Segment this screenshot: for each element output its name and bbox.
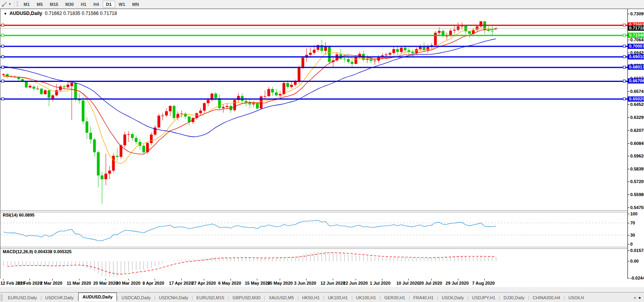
chart-tab-usdcad-daily[interactable]: USDCAD,Daily — [118, 294, 154, 301]
time-tick-mark — [128, 279, 129, 280]
tabs-scroll-left-icon[interactable]: ◄ — [632, 296, 637, 300]
chart-window: ▼AUDUSD,Daily 0.71662 0.71835 0.71566 0.… — [0, 9, 644, 279]
axis-tick-mark — [628, 104, 629, 105]
axis-tick-mark — [628, 156, 629, 156]
rsi-indicator-pane[interactable] — [0, 211, 627, 247]
axis-tick-mark — [628, 14, 629, 14]
price-tick-label: 0.59620 — [630, 154, 644, 158]
time-tick-label: 7 Aug 2020 — [472, 281, 495, 285]
current-price-badge: 0.71718 — [628, 26, 644, 31]
rsi-label: RSI(14) 60.0895 — [3, 213, 35, 217]
timeframe-button-h4[interactable]: H4 — [90, 1, 102, 8]
price-tick-label: 0.54755 — [630, 205, 644, 210]
axis-tick-mark — [628, 261, 629, 261]
time-tick-mark — [30, 279, 30, 280]
chart-tab-fra40-h1[interactable]: FRA40,H1 — [410, 294, 437, 301]
line-styles-icon[interactable] — [0, 1, 8, 7]
chevron-down-icon[interactable]: ▼ — [8, 2, 13, 6]
axis-tick-mark — [628, 117, 629, 118]
axis-tick-mark — [628, 223, 629, 223]
price-tick-label: 0.63295 — [630, 115, 644, 120]
toolbar-drag-handle[interactable] — [17, 1, 18, 7]
hline-price-badge: 0.66706 — [628, 78, 644, 83]
time-scale[interactable]: 12 Feb 202021 Feb 20202 Mar 202011 Mar 2… — [0, 279, 644, 287]
price-tick-label: 0.73095 — [630, 11, 644, 16]
price-tick-label: 0.57205 — [630, 179, 644, 184]
collapse-triangle-icon[interactable]: ▼ — [4, 12, 7, 16]
time-tick-mark — [204, 279, 204, 280]
time-tick-label: 21 Feb 2020 — [17, 281, 42, 285]
chart-tab-audusd-daily[interactable]: AUDUSD,Daily — [78, 293, 117, 301]
chart-tab-usdcnh-daily[interactable]: USDCNH,Daily — [155, 294, 192, 301]
axis-tick-mark — [628, 91, 629, 92]
time-tick-label: 29 Jul 2020 — [446, 281, 469, 285]
time-tick-label: 15 May 2020 — [245, 281, 270, 285]
hline-price-badge: 0.68017 — [628, 65, 644, 70]
timeframe-button-m5[interactable]: M5 — [33, 1, 46, 8]
timeframe-button-m30[interactable]: M30 — [62, 1, 77, 8]
main-price-chart[interactable] — [0, 9, 627, 210]
chart-tab-usdjpy-h1[interactable]: USDJPY,H1 — [469, 294, 499, 301]
chart-tab-eurusd-daily[interactable]: EURUSD,Daily — [4, 294, 41, 301]
time-tick-mark — [280, 279, 280, 280]
price-tick-label: 0.64520 — [630, 102, 644, 107]
chart-ohlc-readout: 0.71662 0.71835 0.71566 0.71718 — [45, 11, 117, 16]
status-strip — [0, 287, 644, 292]
time-tick-mark — [306, 279, 306, 280]
timeframe-button-h1[interactable]: H1 — [77, 1, 90, 8]
chart-tab-usoil-daily[interactable]: USOil,Daily — [438, 294, 467, 301]
axis-tick-mark — [628, 244, 629, 245]
axis-tick-mark — [628, 53, 629, 53]
price-tick-label: 0.55980 — [630, 192, 644, 197]
chart-title: ▼AUDUSD,Daily 0.71662 0.71835 0.71566 0.… — [4, 11, 117, 16]
price-tick-label: 0.58395 — [630, 167, 644, 171]
macd-indicator-pane[interactable] — [0, 248, 627, 279]
tabs-scroll-right-icon[interactable]: ► — [637, 296, 643, 300]
timeframe-button-w1[interactable]: W1 — [115, 1, 129, 8]
price-tick-label: 0.70645 — [630, 37, 644, 42]
time-tick-mark — [333, 279, 333, 280]
timeframe-button-d1[interactable]: D1 — [103, 1, 115, 8]
chart-tab-uk100-h1[interactable]: UK100,H1 — [352, 294, 380, 301]
chart-symbol-period: AUDUSD,Daily — [9, 11, 42, 16]
timeframe-button-mn[interactable]: MN — [129, 1, 142, 8]
chart-tab-gbpusd-m30[interactable]: GBPUSD,M30 — [229, 294, 264, 301]
time-tick-mark — [155, 279, 155, 280]
axis-tick-mark — [628, 250, 629, 251]
chart-tab-eurusd-m15[interactable]: EURUSD,M15 — [193, 294, 228, 301]
chart-tab-usoil-h[interactable]: USOil,H — [565, 294, 588, 301]
axis-tick-mark — [628, 208, 629, 208]
tabbar-drag-handle[interactable] — [1, 294, 3, 301]
time-tick-label: 20 Jul 2020 — [419, 281, 442, 285]
hline-price-badge: 0.65020 — [628, 96, 644, 102]
timeframe-button-m15[interactable]: M15 — [46, 1, 62, 8]
chart-tab-bar: EURUSD,Daily|USDCHF,Daily|AUDUSD,Daily|U… — [0, 292, 644, 302]
price-scale[interactable]: 0.730950.706450.694200.681950.669700.657… — [627, 9, 644, 279]
axis-tick-mark — [628, 143, 629, 144]
chart-tab-uk100-h1[interactable]: UK100,H1 — [324, 294, 351, 301]
toolbar-separator — [14, 1, 15, 7]
time-tick-mark — [431, 279, 432, 280]
time-tick-mark — [3, 279, 4, 280]
axis-tick-mark — [628, 130, 629, 131]
chart-tab-dj30-daily[interactable]: DJ30,Daily — [500, 294, 528, 301]
time-tick-mark — [356, 279, 356, 280]
time-tick-label: 11 Mar 2020 — [67, 281, 91, 285]
time-tick-mark — [458, 279, 458, 280]
chart-tab-usdchf-daily[interactable]: USDCHF,Daily — [42, 294, 77, 301]
macd-tick-label: 0.015741 — [630, 248, 644, 253]
time-tick-mark — [105, 279, 106, 280]
chart-tab-xauusd-m5[interactable]: XAUUSD,M5 — [265, 294, 297, 301]
time-tick-label: 25 May 2020 — [268, 281, 293, 285]
chart-tab-hk50-h1[interactable]: HK50,H1 — [299, 294, 323, 301]
hline-price-badge: 0.69010 — [628, 54, 644, 59]
time-tick-mark — [52, 279, 53, 280]
chart-tab-ger30-h1[interactable]: GER30,H1 — [381, 294, 409, 301]
macd-tick-label: 0.00 — [630, 259, 638, 263]
timeframe-button-m1[interactable]: M1 — [20, 1, 33, 8]
chart-tab-china300-h4[interactable]: CHINA300,H4 — [529, 294, 564, 301]
time-tick-mark — [231, 279, 231, 280]
axis-tick-mark — [628, 169, 629, 169]
price-tick-label: 0.62070 — [630, 128, 644, 133]
time-tick-label: 22 Jun 2020 — [343, 281, 368, 285]
